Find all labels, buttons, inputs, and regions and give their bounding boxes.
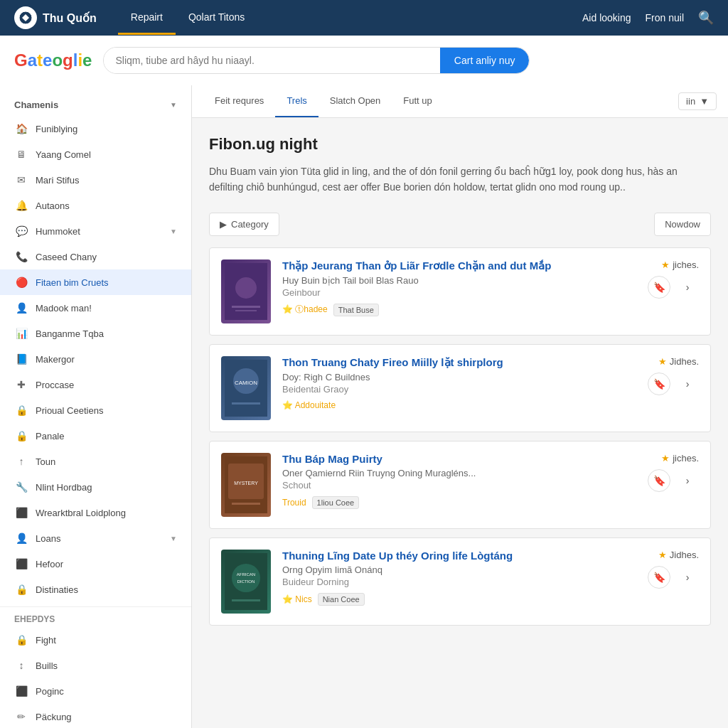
chevron-filter-icon: ▼ [700, 96, 709, 107]
tab-trels[interactable]: Trels [275, 85, 318, 117]
chat-icon: 💬 [14, 224, 28, 238]
sidebar-item-hefoor[interactable]: ⬛ Hefoor [0, 551, 191, 577]
book-rating-0: ★ jiches. [661, 259, 699, 270]
sidebar-item-poginc[interactable]: ⬛ Poginc [0, 678, 191, 704]
svg-point-2 [235, 277, 257, 299]
book-info-2: Thu Báp Mag Puirty Oner Qamiernd Riin Tr… [282, 453, 636, 509]
book-cover-1: CAMION [221, 356, 271, 420]
sidebar-item-packung[interactable]: ✏ Päckung [0, 704, 191, 728]
book-title-0[interactable]: Thặp Jeurang Than ởp Liãr Frơdle Chặn an… [282, 259, 636, 272]
category-triangle-icon: ▶ [220, 219, 227, 230]
book-title-3[interactable]: Thuning Lĩng Date Up théy Oring life Lòg… [282, 550, 636, 562]
sidebar-item-toun[interactable]: ↑ Toun [0, 449, 191, 474]
lock4-icon: 🔒 [14, 633, 28, 647]
sidebar-item-fitaen[interactable]: 🔴 Fitaen bim Cruets [0, 269, 191, 295]
arrows-icon: ↕ [14, 658, 28, 673]
user-icon: 👤 [14, 301, 28, 315]
square2-icon: ⬛ [14, 684, 28, 698]
svg-rect-4 [235, 310, 257, 311]
search-input[interactable] [104, 48, 439, 73]
book-tag-0-0: ⭐ ⓣhadee [282, 304, 328, 316]
sidebar-section-label: Chamenis [14, 100, 58, 110]
sidebar-item-proccase[interactable]: ✚ Proccase [0, 372, 191, 397]
book-title-2[interactable]: Thu Báp Mag Puirty [282, 453, 636, 465]
book-actions-0: 🔖 › [648, 276, 699, 299]
sidebar-item-makergor[interactable]: 📘 Makergor [0, 346, 191, 372]
book-title-1[interactable]: Thon Truang Chaty Fireo Miilly lặt shirp… [282, 356, 636, 369]
sidebar-item-wrearkt[interactable]: ⬛ Wrearktbral Loidplong [0, 500, 191, 525]
svg-rect-8 [232, 402, 260, 405]
tab-futt[interactable]: Futt up [392, 85, 443, 117]
brand-logo: Gateoglie [14, 50, 92, 70]
filter-row: ▶ Category Nowdow [209, 213, 711, 236]
star-icon-1: ★ [658, 356, 667, 367]
lock2-icon: 🔒 [14, 429, 28, 443]
book-tag-badge-0-1: That Buse [333, 304, 379, 316]
logo-text: Thu Quốn [43, 11, 97, 25]
sidebar-item-hummoket[interactable]: 💬 Hummoket ▼ [0, 218, 191, 244]
sidebar-item-panale[interactable]: 🔒 Panale [0, 423, 191, 449]
search-button[interactable]: Cart anliy nuy [440, 48, 530, 73]
book-actions-1: 🔖 › [648, 373, 699, 395]
tab-filter-dropdown[interactable]: iin ▼ [678, 92, 717, 110]
arrow-right-0[interactable]: › [676, 276, 699, 299]
bookmark-button-3[interactable]: 🔖 [648, 566, 670, 589]
sidebar-item-buills[interactable]: ↕ Buills [0, 653, 191, 678]
arrow-icon: ↑ [14, 454, 28, 469]
book-right-2: ★ jiches. 🔖 › [648, 453, 699, 492]
svg-text:MYSTERY: MYSTERY [234, 481, 258, 486]
lock-icon: 🔒 [14, 403, 28, 417]
sidebar-item-mari[interactable]: ✉ Mari Stifus [0, 167, 191, 193]
book-author-1: Doy: Righ C Buildnes [282, 372, 636, 382]
user2-icon: 👤 [14, 531, 28, 545]
book-tags-2: Trouid 1liou Coee [282, 496, 636, 509]
square-icon: ⬛ [14, 505, 28, 520]
monitor-icon: 🖥 [14, 147, 28, 161]
sidebar-item-fight[interactable]: 🔒 Fight [0, 627, 191, 653]
sidebar-main-section-header[interactable]: Chamenis ▼ [0, 94, 191, 116]
bookmark-button-2[interactable]: 🔖 [648, 469, 670, 492]
bookmark-button-0[interactable]: 🔖 [648, 276, 670, 299]
book-info-0: Thặp Jeurang Than ởp Liãr Frơdle Chặn an… [282, 259, 636, 316]
top-nav-link-repairt[interactable]: Repairt [118, 1, 176, 35]
sidebar-item-yaang[interactable]: 🖥 Yaang Comel [0, 141, 191, 167]
book-publisher-2: Schout [282, 480, 636, 491]
book-cover-3: AFRICAN DICTION [221, 550, 271, 614]
sidebar-item-prioual[interactable]: 🔒 Prioual Ceetiens [0, 397, 191, 423]
arrow-right-3[interactable]: › [676, 566, 699, 589]
sidebar-item-nlint[interactable]: 🔧 Nlint Hordbag [0, 474, 191, 500]
svg-text:CAMION: CAMION [235, 380, 257, 386]
tab-feit[interactable]: Feit requres [203, 85, 275, 117]
sidebar-item-caseed[interactable]: 📞 Caseed Chany [0, 244, 191, 269]
book-right-3: ★ Jidhes. 🔖 › [648, 550, 699, 589]
arrow-right-1[interactable]: › [676, 373, 699, 395]
sidebar-item-funiblying[interactable]: 🏠 Funiblying [0, 116, 191, 141]
sidebar-item-banganme[interactable]: 📊 Banganme Tqba [0, 321, 191, 346]
sidebar-item-distinaties[interactable]: 🔒 Distinaties [0, 577, 191, 602]
top-nav-aid[interactable]: Aid looking [582, 12, 631, 23]
top-nav-link-qolart[interactable]: Qolart Titons [176, 1, 257, 35]
bookmark-button-1[interactable]: 🔖 [648, 373, 670, 395]
book-actions-3: 🔖 › [648, 566, 699, 589]
top-nav-logo[interactable]: Thu Quốn [14, 6, 97, 29]
book-tag-1-0: ⭐ Addouitate [282, 400, 336, 410]
bell-icon: 🔔 [14, 198, 28, 213]
top-nav-fron[interactable]: Fron nuil [646, 12, 684, 23]
nowdow-button[interactable]: Nowdow [654, 213, 711, 236]
star-icon-0: ★ [661, 259, 670, 270]
sidebar-item-madook[interactable]: 👤 Madook man! [0, 295, 191, 321]
sidebar-item-autaons[interactable]: 🔔 Autaons [0, 193, 191, 218]
tab-slatch[interactable]: Slatch Open [318, 85, 392, 117]
search-icon[interactable]: 🔍 [698, 10, 714, 26]
tab-filter-label: iin [686, 96, 695, 107]
book-rating-2: ★ jiches. [661, 453, 699, 464]
book-right-0: ★ jiches. 🔖 › [648, 259, 699, 299]
phone-icon: 📞 [14, 250, 28, 264]
home-icon: 🏠 [14, 122, 28, 136]
mail-icon: ✉ [14, 173, 28, 187]
arrow-right-2[interactable]: › [676, 469, 699, 492]
sidebar-item-loans[interactable]: 👤 Loans ▼ [0, 525, 191, 551]
book-right-1: ★ Jidhes. 🔖 › [648, 356, 699, 395]
category-button[interactable]: ▶ Category [209, 213, 279, 236]
book-author-0: Huy Buin bịch Tail boil Blas Rauo [282, 275, 636, 286]
